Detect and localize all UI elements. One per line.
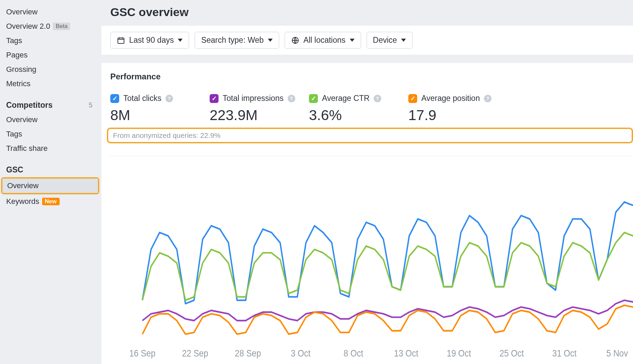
sidebar-section-gsc[interactable]: GSC bbox=[0, 162, 101, 177]
metric-total-impressions: ✓Total impressions?223.9M bbox=[210, 94, 309, 124]
metric-label: Total clicks bbox=[123, 94, 161, 103]
metric-average-ctr: ✓Average CTR?3.6% bbox=[309, 94, 408, 124]
metrics-row: ✓Total clicks?8M✓Total impressions?223.9… bbox=[110, 94, 633, 124]
anonymized-highlight: From anonymized queries: 22.9% bbox=[107, 128, 633, 143]
metric-label: Average CTR bbox=[322, 94, 370, 103]
filter-search-type-label: Search type: Web bbox=[201, 36, 263, 45]
sidebar-item[interactable]: Tags bbox=[0, 127, 101, 141]
sidebar-item-label: Keywords bbox=[6, 197, 39, 206]
filter-locations[interactable]: All locations bbox=[285, 32, 361, 49]
chart-series bbox=[142, 306, 633, 334]
sidebar-item[interactable]: Pages bbox=[0, 48, 101, 62]
sidebar-item-label: Tags bbox=[6, 130, 22, 139]
calendar-icon bbox=[117, 36, 125, 44]
main-area: GSC overview Last 90 days Search type: W… bbox=[101, 0, 633, 364]
help-icon[interactable]: ? bbox=[484, 95, 492, 102]
filter-search-type[interactable]: Search type: Web bbox=[195, 32, 279, 49]
x-tick-label: 16 Sep bbox=[129, 348, 156, 359]
sidebar-item[interactable]: Grossing bbox=[0, 62, 101, 77]
sidebar-item[interactable]: Tags bbox=[0, 34, 101, 48]
x-tick-label: 22 Sep bbox=[182, 348, 208, 359]
anonymized-note: From anonymized queries: 22.9% bbox=[113, 131, 221, 139]
sidebar: OverviewOverview 2.0BetaTagsPagesGrossin… bbox=[0, 0, 101, 364]
chart-series bbox=[142, 202, 633, 304]
filter-device-label: Device bbox=[373, 36, 397, 45]
x-tick-label: 3 Oct bbox=[291, 348, 311, 359]
sidebar-item[interactable]: Overview 2.0Beta bbox=[0, 19, 101, 34]
x-tick-label: 19 Oct bbox=[447, 348, 471, 359]
new-badge: New bbox=[42, 198, 60, 205]
sidebar-item[interactable]: Traffic share bbox=[0, 141, 101, 156]
sidebar-gsc-group: OverviewKeywordsNew bbox=[0, 177, 101, 209]
help-icon[interactable]: ? bbox=[374, 95, 381, 102]
sidebar-item-label: Traffic share bbox=[6, 144, 48, 153]
metric-label: Total impressions bbox=[223, 94, 284, 103]
metric-checkbox[interactable]: ✓ bbox=[309, 94, 318, 103]
sidebar-highlight: Overview bbox=[1, 177, 99, 194]
metric-label: Average position bbox=[421, 94, 480, 103]
filter-locations-label: All locations bbox=[303, 36, 346, 45]
metric-checkbox[interactable]: ✓ bbox=[210, 94, 219, 103]
metric-value: 223.9M bbox=[210, 107, 309, 124]
page-title: GSC overview bbox=[101, 0, 633, 26]
performance-panel: Performance ✓Total clicks?8M✓Total impre… bbox=[101, 63, 633, 364]
sidebar-item-label: Overview bbox=[7, 181, 39, 190]
help-icon[interactable]: ? bbox=[288, 95, 295, 102]
sidebar-section-competitors[interactable]: Competitors 5 bbox=[0, 97, 101, 113]
metric-checkbox[interactable]: ✓ bbox=[408, 94, 417, 103]
x-tick-label: 25 Oct bbox=[499, 348, 524, 359]
sidebar-section-label: Competitors bbox=[6, 101, 52, 110]
sidebar-item-label: Overview bbox=[6, 115, 38, 124]
globe-icon bbox=[291, 36, 299, 44]
sidebar-item-label: Tags bbox=[6, 36, 22, 45]
app-root: OverviewOverview 2.0BetaTagsPagesGrossin… bbox=[0, 0, 633, 364]
chevron-down-icon bbox=[178, 39, 183, 42]
help-icon[interactable]: ? bbox=[165, 95, 173, 102]
filter-bar: Last 90 days Search type: Web All locati… bbox=[101, 26, 633, 55]
metric-value: 3.6% bbox=[309, 107, 408, 124]
filter-date-label: Last 90 days bbox=[129, 36, 174, 45]
metric-average-position: ✓Average position?17.9 bbox=[408, 94, 508, 124]
sidebar-section-label: GSC bbox=[6, 165, 23, 174]
chart-series bbox=[142, 300, 633, 321]
metric-value: 8M bbox=[110, 107, 210, 124]
sidebar-item-label: Pages bbox=[6, 51, 27, 60]
x-tick-label: 8 Oct bbox=[344, 348, 363, 359]
beta-badge: Beta bbox=[53, 23, 70, 30]
chevron-down-icon bbox=[350, 39, 355, 42]
sidebar-item-label: Grossing bbox=[6, 65, 36, 74]
filter-date[interactable]: Last 90 days bbox=[110, 32, 189, 49]
metric-checkbox[interactable]: ✓ bbox=[110, 94, 119, 103]
sidebar-top-group: OverviewOverview 2.0BetaTagsPagesGrossin… bbox=[0, 5, 101, 91]
x-tick-label: 5 Nov bbox=[606, 348, 628, 359]
filter-device[interactable]: Device bbox=[367, 32, 412, 49]
chevron-down-icon bbox=[268, 39, 273, 42]
sidebar-item-label: Overview 2.0 bbox=[6, 22, 50, 31]
sidebar-item[interactable]: Metrics bbox=[0, 77, 101, 91]
sidebar-item-label: Overview bbox=[6, 8, 38, 16]
x-tick-label: 31 Oct bbox=[552, 348, 577, 359]
sidebar-item[interactable]: Overview bbox=[0, 113, 101, 127]
x-tick-label: 13 Oct bbox=[394, 348, 419, 359]
svg-rect-0 bbox=[118, 38, 124, 43]
sidebar-item-label: Metrics bbox=[6, 79, 30, 88]
metric-value: 17.9 bbox=[408, 107, 508, 124]
sidebar-competitors-group: OverviewTagsTraffic share bbox=[0, 113, 101, 156]
sidebar-item[interactable]: Overview bbox=[0, 5, 101, 19]
sidebar-item[interactable]: KeywordsNew bbox=[0, 194, 101, 209]
panel-title: Performance bbox=[110, 72, 633, 81]
metric-total-clicks: ✓Total clicks?8M bbox=[110, 94, 210, 124]
sidebar-count: 5 bbox=[89, 101, 92, 109]
x-tick-label: 28 Sep bbox=[235, 348, 261, 359]
sidebar-item[interactable]: Overview bbox=[2, 179, 98, 193]
performance-chart[interactable]: 16 Sep22 Sep28 Sep3 Oct8 Oct13 Oct19 Oct… bbox=[110, 156, 633, 364]
chevron-down-icon bbox=[401, 39, 406, 42]
